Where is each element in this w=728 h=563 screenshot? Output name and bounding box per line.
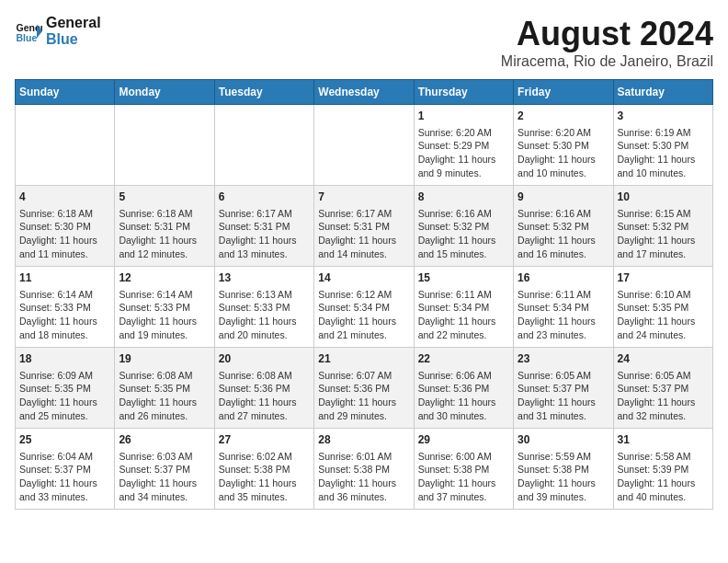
day-number: 6 xyxy=(219,190,310,205)
day-number: 3 xyxy=(618,109,709,124)
day-cell: 9Sunrise: 6:16 AM Sunset: 5:32 PM Daylig… xyxy=(514,186,613,267)
month-title: August 2024 xyxy=(501,15,713,53)
weekday-monday: Monday xyxy=(115,80,214,105)
weekday-friday: Friday xyxy=(514,80,613,105)
day-number: 18 xyxy=(19,351,110,367)
day-info: Sunrise: 6:08 AM Sunset: 5:35 PM Dayligh… xyxy=(119,369,210,423)
day-number: 5 xyxy=(119,190,210,205)
day-number: 25 xyxy=(19,432,110,448)
day-cell: 2Sunrise: 6:20 AM Sunset: 5:30 PM Daylig… xyxy=(514,105,613,186)
day-number: 24 xyxy=(618,351,709,367)
week-row-2: 11Sunrise: 6:14 AM Sunset: 5:33 PM Dayli… xyxy=(16,267,713,348)
day-cell: 30Sunrise: 5:59 AM Sunset: 5:38 PM Dayli… xyxy=(514,429,613,510)
day-number: 4 xyxy=(19,190,110,205)
week-row-4: 25Sunrise: 6:04 AM Sunset: 5:37 PM Dayli… xyxy=(16,429,713,510)
day-cell: 18Sunrise: 6:09 AM Sunset: 5:35 PM Dayli… xyxy=(16,348,115,429)
day-number: 27 xyxy=(219,432,310,448)
day-cell: 21Sunrise: 6:07 AM Sunset: 5:36 PM Dayli… xyxy=(314,348,414,429)
day-cell: 4Sunrise: 6:18 AM Sunset: 5:30 PM Daylig… xyxy=(16,186,115,267)
day-cell xyxy=(214,105,313,186)
day-info: Sunrise: 6:15 AM Sunset: 5:32 PM Dayligh… xyxy=(618,207,709,261)
week-row-1: 4Sunrise: 6:18 AM Sunset: 5:30 PM Daylig… xyxy=(16,186,713,267)
day-info: Sunrise: 6:08 AM Sunset: 5:36 PM Dayligh… xyxy=(219,369,310,423)
day-info: Sunrise: 6:20 AM Sunset: 5:30 PM Dayligh… xyxy=(518,126,609,180)
day-cell: 19Sunrise: 6:08 AM Sunset: 5:35 PM Dayli… xyxy=(115,348,214,429)
day-number: 29 xyxy=(418,432,509,448)
day-info: Sunrise: 6:07 AM Sunset: 5:36 PM Dayligh… xyxy=(318,369,409,423)
day-number: 11 xyxy=(19,270,110,286)
day-cell: 25Sunrise: 6:04 AM Sunset: 5:37 PM Dayli… xyxy=(16,429,115,510)
day-info: Sunrise: 6:06 AM Sunset: 5:36 PM Dayligh… xyxy=(418,369,509,423)
svg-text:Blue: Blue xyxy=(17,32,38,43)
day-number: 9 xyxy=(518,190,609,205)
day-cell: 3Sunrise: 6:19 AM Sunset: 5:30 PM Daylig… xyxy=(613,105,712,186)
day-info: Sunrise: 6:10 AM Sunset: 5:35 PM Dayligh… xyxy=(618,288,709,342)
day-cell: 20Sunrise: 6:08 AM Sunset: 5:36 PM Dayli… xyxy=(214,348,313,429)
day-number: 1 xyxy=(418,109,509,124)
week-row-0: 1Sunrise: 6:20 AM Sunset: 5:29 PM Daylig… xyxy=(16,105,713,186)
day-info: Sunrise: 6:18 AM Sunset: 5:31 PM Dayligh… xyxy=(119,207,210,261)
weekday-wednesday: Wednesday xyxy=(314,80,414,105)
day-info: Sunrise: 6:11 AM Sunset: 5:34 PM Dayligh… xyxy=(518,288,609,342)
day-cell xyxy=(314,105,414,186)
page-header: General Blue General Blue August 2024 Mi… xyxy=(15,15,713,70)
logo-blue: Blue xyxy=(46,31,101,48)
day-cell: 24Sunrise: 6:05 AM Sunset: 5:37 PM Dayli… xyxy=(613,348,712,429)
day-number: 22 xyxy=(418,351,509,367)
day-number: 2 xyxy=(518,109,609,124)
day-number: 13 xyxy=(219,270,310,286)
day-cell: 5Sunrise: 6:18 AM Sunset: 5:31 PM Daylig… xyxy=(115,186,214,267)
day-info: Sunrise: 6:04 AM Sunset: 5:37 PM Dayligh… xyxy=(19,450,110,504)
day-info: Sunrise: 6:17 AM Sunset: 5:31 PM Dayligh… xyxy=(318,207,409,261)
day-cell: 10Sunrise: 6:15 AM Sunset: 5:32 PM Dayli… xyxy=(613,186,712,267)
day-info: Sunrise: 6:14 AM Sunset: 5:33 PM Dayligh… xyxy=(119,288,210,342)
day-info: Sunrise: 6:03 AM Sunset: 5:37 PM Dayligh… xyxy=(119,450,210,504)
day-cell: 15Sunrise: 6:11 AM Sunset: 5:34 PM Dayli… xyxy=(414,267,513,348)
weekday-tuesday: Tuesday xyxy=(214,80,313,105)
day-cell xyxy=(16,105,115,186)
day-info: Sunrise: 6:02 AM Sunset: 5:38 PM Dayligh… xyxy=(219,450,310,504)
day-number: 7 xyxy=(318,190,409,205)
day-number: 28 xyxy=(318,432,409,448)
day-cell: 11Sunrise: 6:14 AM Sunset: 5:33 PM Dayli… xyxy=(16,267,115,348)
day-number: 15 xyxy=(418,270,509,286)
day-cell: 1Sunrise: 6:20 AM Sunset: 5:29 PM Daylig… xyxy=(414,105,513,186)
title-block: August 2024 Miracema, Rio de Janeiro, Br… xyxy=(501,15,713,70)
day-number: 14 xyxy=(318,270,409,286)
day-number: 26 xyxy=(119,432,210,448)
day-number: 19 xyxy=(119,351,210,367)
day-info: Sunrise: 6:11 AM Sunset: 5:34 PM Dayligh… xyxy=(418,288,509,342)
day-info: Sunrise: 6:20 AM Sunset: 5:29 PM Dayligh… xyxy=(418,126,509,180)
day-number: 17 xyxy=(618,270,709,286)
day-info: Sunrise: 6:12 AM Sunset: 5:34 PM Dayligh… xyxy=(318,288,409,342)
day-cell: 29Sunrise: 6:00 AM Sunset: 5:38 PM Dayli… xyxy=(414,429,513,510)
day-info: Sunrise: 6:05 AM Sunset: 5:37 PM Dayligh… xyxy=(618,369,709,423)
day-cell: 6Sunrise: 6:17 AM Sunset: 5:31 PM Daylig… xyxy=(214,186,313,267)
day-info: Sunrise: 5:59 AM Sunset: 5:38 PM Dayligh… xyxy=(518,450,609,504)
day-info: Sunrise: 6:16 AM Sunset: 5:32 PM Dayligh… xyxy=(418,207,509,261)
day-info: Sunrise: 6:14 AM Sunset: 5:33 PM Dayligh… xyxy=(19,288,110,342)
day-cell: 12Sunrise: 6:14 AM Sunset: 5:33 PM Dayli… xyxy=(115,267,214,348)
day-info: Sunrise: 6:05 AM Sunset: 5:37 PM Dayligh… xyxy=(518,369,609,423)
day-cell: 26Sunrise: 6:03 AM Sunset: 5:37 PM Dayli… xyxy=(115,429,214,510)
day-cell: 16Sunrise: 6:11 AM Sunset: 5:34 PM Dayli… xyxy=(514,267,613,348)
day-info: Sunrise: 6:01 AM Sunset: 5:38 PM Dayligh… xyxy=(318,450,409,504)
day-number: 30 xyxy=(518,432,609,448)
day-number: 8 xyxy=(418,190,509,205)
day-number: 23 xyxy=(518,351,609,367)
logo-icon: General Blue xyxy=(15,17,42,45)
location: Miracema, Rio de Janeiro, Brazil xyxy=(501,53,713,70)
day-info: Sunrise: 6:16 AM Sunset: 5:32 PM Dayligh… xyxy=(518,207,609,261)
day-cell: 14Sunrise: 6:12 AM Sunset: 5:34 PM Dayli… xyxy=(314,267,414,348)
day-number: 10 xyxy=(618,190,709,205)
weekday-sunday: Sunday xyxy=(16,80,115,105)
day-info: Sunrise: 6:09 AM Sunset: 5:35 PM Dayligh… xyxy=(19,369,110,423)
weekday-header-row: SundayMondayTuesdayWednesdayThursdayFrid… xyxy=(16,80,713,105)
weekday-saturday: Saturday xyxy=(613,80,712,105)
day-info: Sunrise: 6:13 AM Sunset: 5:33 PM Dayligh… xyxy=(219,288,310,342)
day-cell: 27Sunrise: 6:02 AM Sunset: 5:38 PM Dayli… xyxy=(214,429,313,510)
day-number: 21 xyxy=(318,351,409,367)
day-info: Sunrise: 6:00 AM Sunset: 5:38 PM Dayligh… xyxy=(418,450,509,504)
day-info: Sunrise: 6:17 AM Sunset: 5:31 PM Dayligh… xyxy=(219,207,310,261)
day-number: 12 xyxy=(119,270,210,286)
